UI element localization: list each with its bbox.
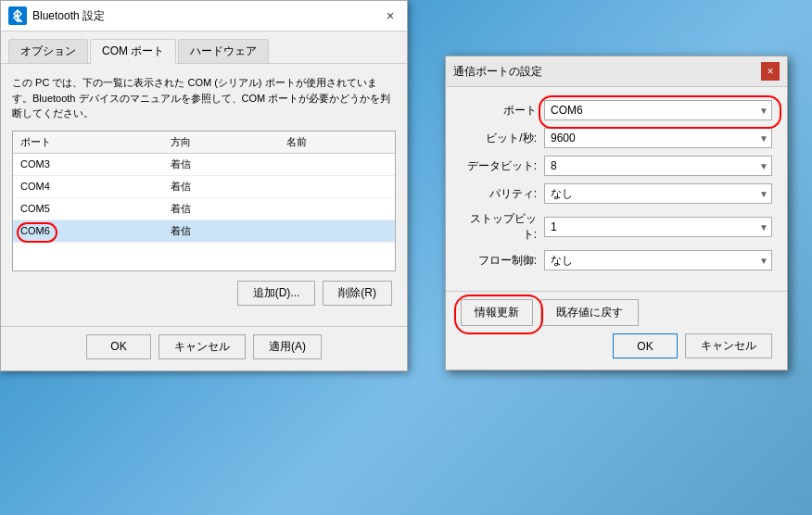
dir-com4: 着信 <box>163 175 279 197</box>
flow-control-row: フロー制御: なし ▼ <box>461 250 772 270</box>
table-row[interactable]: COM4 着信 <box>13 175 395 197</box>
com-footer: 情報更新 既存値に戻す OK キャンセル <box>446 291 787 370</box>
com-cancel-button[interactable]: キャンセル <box>685 333 772 358</box>
flow-control-wrapper: なし ▼ <box>544 250 772 270</box>
flow-control-select[interactable]: なし <box>544 250 772 270</box>
dir-com6: 着信 <box>163 220 279 242</box>
tab-options[interactable]: オプション <box>8 39 88 63</box>
port-select-wrapper: COM6 ▼ <box>544 100 772 120</box>
stop-bits-select[interactable]: 1 <box>544 217 772 237</box>
bt-ok-button[interactable]: OK <box>86 334 151 359</box>
data-bits-select[interactable]: 8 <box>544 156 772 176</box>
com-port-table-container: ポート 方向 名前 COM3 着信 COM4 着信 <box>12 131 396 271</box>
data-bits-label: データビット: <box>461 158 544 174</box>
defaults-button[interactable]: 既存値に戻す <box>540 299 639 326</box>
dir-com5: 着信 <box>163 197 279 220</box>
table-row[interactable]: COM5 着信 <box>13 197 395 220</box>
com-titlebar: 通信ポートの設定 × <box>446 57 787 87</box>
port-com4: COM4 <box>13 175 163 197</box>
port-select[interactable]: COM6 <box>544 100 772 120</box>
com-content: ポート COM6 ▼ ビット/秒: 9600 ▼ データビット: <box>446 87 787 291</box>
bluetooth-footer: OK キャンセル 適用(A) <box>1 326 407 371</box>
bluetooth-content: この PC では、下の一覧に表示された COM (シリアル) ポートが使用されて… <box>1 64 407 326</box>
parity-wrapper: なし ▼ <box>544 183 772 204</box>
bluetooth-titlebar: Bluetooth 設定 × <box>1 1 407 31</box>
port-com5: COM5 <box>13 197 163 220</box>
bluetooth-dialog: Bluetooth 設定 × オプション COM ポート ハードウェア この P… <box>0 0 408 371</box>
tab-com-port[interactable]: COM ポート <box>90 39 176 64</box>
baud-select[interactable]: 9600 <box>544 128 772 148</box>
bluetooth-title: Bluetooth 設定 <box>32 8 105 24</box>
bluetooth-icon <box>8 6 27 25</box>
port-com6: COM6 <box>13 220 163 242</box>
stop-bits-wrapper: 1 ▼ <box>544 217 772 237</box>
name-com6 <box>279 220 395 242</box>
titlebar-left: Bluetooth 設定 <box>8 6 105 25</box>
baud-select-wrapper: 9600 ▼ <box>544 128 772 148</box>
com-dialog-title: 通信ポートの設定 <box>453 64 542 80</box>
flow-control-label: フロー制御: <box>461 253 544 269</box>
bluetooth-tabs: オプション COM ポート ハードウェア <box>1 31 407 64</box>
name-com4 <box>279 175 395 197</box>
stop-bits-row: ストップビット: 1 ▼ <box>461 211 772 243</box>
port-com3: COM3 <box>13 153 163 175</box>
update-info-button[interactable]: 情報更新 <box>461 299 533 326</box>
bluetooth-description: この PC では、下の一覧に表示された COM (シリアル) ポートが使用されて… <box>12 75 396 121</box>
baud-rate-row: ビット/秒: 9600 ▼ <box>461 128 772 148</box>
name-com5 <box>279 197 395 220</box>
com-footer-top-buttons: 情報更新 既存値に戻す <box>461 299 772 326</box>
remove-button[interactable]: 削除(R) <box>323 281 392 306</box>
data-bits-row: データビット: 8 ▼ <box>461 156 772 176</box>
col-direction: 方向 <box>163 132 279 154</box>
dir-com3: 着信 <box>163 153 279 175</box>
table-row-selected[interactable]: COM6 着信 <box>13 220 395 242</box>
com-port-dialog: 通信ポートの設定 × ポート COM6 ▼ ビット/秒: 9600 ▼ <box>445 56 788 371</box>
table-action-buttons: 追加(D)... 削除(R) <box>12 281 396 306</box>
tab-hardware[interactable]: ハードウェア <box>178 39 269 63</box>
name-com3 <box>279 153 395 175</box>
com6-highlight-label: COM6 <box>20 225 50 236</box>
parity-row: パリティ: なし ▼ <box>461 183 772 204</box>
col-port: ポート <box>13 132 163 154</box>
com-footer-bottom-buttons: OK キャンセル <box>461 333 772 358</box>
com-port-row: ポート COM6 ▼ <box>461 100 772 120</box>
col-name: 名前 <box>279 132 395 154</box>
port-label: ポート <box>461 103 544 119</box>
bluetooth-close-button[interactable]: × <box>381 6 400 25</box>
parity-select[interactable]: なし <box>544 183 772 204</box>
bt-apply-button[interactable]: 適用(A) <box>253 334 322 359</box>
table-row[interactable]: COM3 着信 <box>13 153 395 175</box>
data-bits-wrapper: 8 ▼ <box>544 156 772 176</box>
parity-label: パリティ: <box>461 186 544 202</box>
com-close-button[interactable]: × <box>761 62 780 81</box>
baud-label: ビット/秒: <box>461 131 544 146</box>
bt-cancel-button[interactable]: キャンセル <box>159 334 246 359</box>
com-ok-button[interactable]: OK <box>613 333 678 358</box>
stop-bits-label: ストップビット: <box>461 211 544 243</box>
add-button[interactable]: 追加(D)... <box>237 281 316 306</box>
com-port-table: ポート 方向 名前 COM3 着信 COM4 着信 <box>13 132 395 243</box>
